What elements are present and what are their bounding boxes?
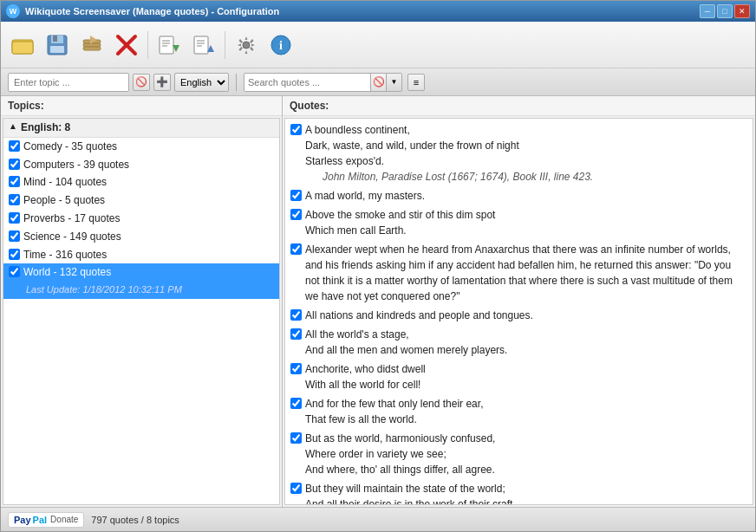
topic-clear-btn[interactable]: 🚫 [133,74,150,91]
svg-rect-5 [53,36,57,42]
topic-checkbox-comedy[interactable] [9,140,20,152]
titlebar-left: W Wikiquote Screensaver (Manage quotes) … [6,4,279,18]
paypal-p2: Pal [33,515,48,525]
svg-rect-13 [160,36,173,54]
topics-list[interactable]: ▲ English: 8 Comedy - 35 quotesComputers… [3,118,280,505]
open-button[interactable] [6,29,39,62]
svg-rect-18 [194,36,208,54]
svg-rect-9 [83,47,101,50]
topic-checkbox-world[interactable] [9,266,20,277]
svg-rect-2 [12,42,33,54]
titlebar-controls: ─ □ ✕ [700,4,750,18]
tools-button[interactable] [75,29,108,62]
topic-item-proverbs[interactable]: Proverbs - 17 quotes [3,210,279,228]
quote-checkbox-q5[interactable] [290,309,302,321]
quote-item-q3: Above the smoke and stir of this dim spo… [287,205,751,240]
topic-checkbox-time[interactable] [9,249,20,260]
left-panel: Topics: ▲ English: 8 Comedy - 35 quotesC… [1,96,283,507]
quote-checkbox-q6[interactable] [290,328,302,340]
quote-item-q6: All the world's a stage,And all the men … [287,325,751,360]
svg-rect-6 [50,46,64,53]
svg-point-23 [243,42,250,49]
statusbar: PayPal Donate 797 quotes / 8 topics [1,507,755,531]
separator-1 [147,31,148,59]
main-window: W Wikiquote Screensaver (Manage quotes) … [0,0,756,532]
search-dropdown-arrow[interactable]: ▼ [386,74,401,91]
save-button[interactable] [41,29,74,62]
svg-rect-7 [83,43,101,47]
topic-checkbox-mind[interactable] [9,176,20,187]
main-content: Topics: ▲ English: 8 Comedy - 35 quotesC… [1,96,755,507]
quote-item-q9: But as the world, harmoniously confused,… [287,429,751,479]
topic-input[interactable] [8,73,129,92]
topics-section-header[interactable]: ▲ English: 8 [3,119,279,138]
topic-add-btn[interactable]: ➕ [153,74,171,91]
paypal-button[interactable]: PayPal Donate [8,512,84,528]
settings-button[interactable] [230,29,263,62]
language-select[interactable]: English [174,73,229,92]
quotes-list[interactable]: A boundless continent,Dark, waste, and w… [284,118,753,505]
export-button[interactable] [153,29,186,62]
topic-checkbox-proverbs[interactable] [9,212,20,224]
paypal-p1: Pay [14,515,31,525]
topic-item-comedy[interactable]: Comedy - 35 quotes [3,138,279,156]
separator-2 [225,31,225,59]
quote-item-q10: But they will maintain the state of the … [287,479,751,505]
close-button[interactable]: ✕ [734,4,750,18]
search-quotes-input[interactable] [244,74,370,91]
app-icon: W [6,4,20,18]
quote-item-q7: Anchorite, who didst dwellWith all the w… [287,360,751,394]
search-clear-btn[interactable]: 🚫 [370,74,386,91]
toolbar: i [1,22,755,68]
maximize-button[interactable]: □ [717,4,733,18]
quote-checkbox-q2[interactable] [290,190,302,201]
svg-text:i: i [279,39,283,52]
topics-header: Topics: [1,96,282,116]
import-button[interactable] [187,29,220,62]
status-text: 797 quotes / 8 topics [91,515,179,525]
titlebar: W Wikiquote Screensaver (Manage quotes) … [1,1,755,22]
quote-item-q8: And for the few that only lend their ear… [287,394,751,429]
topic-checkbox-science[interactable] [9,230,20,242]
topic-checkbox-computers[interactable] [9,159,20,170]
quotes-container: A boundless continent,Dark, waste, and w… [287,120,751,505]
right-panel: Quotes: A boundless continent,Dark, wast… [283,96,755,507]
topic-item-mind[interactable]: Mind - 104 quotes [3,173,279,191]
topic-checkbox-people[interactable] [9,194,20,205]
topics-section-label: English: 8 [21,120,70,135]
delete-button[interactable] [110,29,143,62]
topic-item-computers[interactable]: Computers - 39 quotes [3,156,279,174]
topic-item-world-sub[interactable]: Last Update: 1/18/2012 10:32:11 PM [3,282,279,298]
topic-item-world[interactable]: World - 132 quotes [3,263,279,282]
topic-item-time[interactable]: Time - 316 quotes [3,246,279,264]
topic-item-people[interactable]: People - 5 quotes [3,191,279,210]
quote-checkbox-q9[interactable] [290,432,302,444]
quote-item-q1: A boundless continent,Dark, waste, and w… [287,120,751,186]
quote-item-q5: All nations and kindreds and people and … [287,306,751,325]
topics-container: Comedy - 35 quotesComputers - 39 quotesM… [3,138,279,299]
window-title: Wikiquote Screensaver (Manage quotes) - … [25,6,279,16]
quote-checkbox-q1[interactable] [290,124,302,135]
quote-checkbox-q8[interactable] [290,398,302,409]
quote-item-q2: A mad world, my masters. [287,186,751,205]
quotes-header: Quotes: [283,96,755,116]
search-separator [236,74,237,91]
quote-checkbox-q3[interactable] [290,209,302,220]
donate-label: Donate [50,515,78,524]
minimize-button[interactable]: ─ [700,4,715,18]
quote-checkbox-q7[interactable] [290,363,302,374]
topic-item-science[interactable]: Science - 149 quotes [3,228,279,246]
quote-item-q4: Alexander wept when he heard from Anaxar… [287,240,751,306]
search-scroll-btn[interactable]: ≡ [407,74,425,91]
quote-checkbox-q4[interactable] [290,243,302,255]
info-button[interactable]: i [264,29,297,62]
search-bar: 🚫 ➕ English 🚫 ▼ ≡ [1,68,755,96]
search-quotes-container: 🚫 ▼ [244,73,402,92]
quote-checkbox-q10[interactable] [290,483,302,494]
